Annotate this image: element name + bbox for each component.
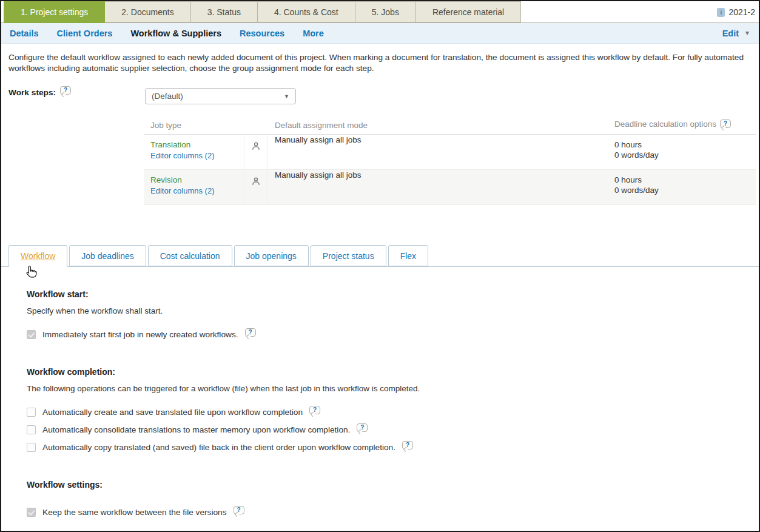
- checkbox-auto-create-save-file[interactable]: [27, 408, 36, 417]
- option-row: Immediately start first job in newly cre…: [27, 330, 747, 339]
- tab-documents[interactable]: 2. Documents: [105, 1, 190, 22]
- tab-workflow[interactable]: Workflow: [8, 245, 67, 267]
- option-row: Automatically consolidate translations t…: [27, 425, 747, 434]
- option-label: Automatically create and save translated…: [42, 408, 303, 417]
- option-row: Keep the same workflow between the file …: [27, 508, 747, 517]
- chevron-down-icon[interactable]: ▼: [744, 30, 750, 36]
- assignment-mode-value: Manually assign all jobs: [268, 170, 608, 204]
- editor-columns-link[interactable]: Editor columns (2): [150, 186, 244, 195]
- help-icon[interactable]: [309, 406, 320, 414]
- deadline-hours: 0 hours: [614, 175, 756, 184]
- help-icon[interactable]: [357, 423, 368, 432]
- job-type-label: Translation: [150, 140, 244, 149]
- section-desc-workflow-start: Specify when the workflow shall start.: [27, 306, 747, 315]
- deadline-hours: 0 hours: [614, 140, 756, 149]
- assignment-mode-value: Manually assign all jobs: [268, 135, 608, 169]
- chevron-down-icon: ▼: [284, 93, 289, 99]
- table-row: Revision Editor columns (2) Manually ass…: [144, 170, 756, 205]
- nav-item-resources[interactable]: Resources: [240, 29, 284, 38]
- work-steps-dropdown-value: (Default): [152, 92, 183, 101]
- table-row: Translation Editor columns (2) Manually …: [144, 135, 756, 170]
- edit-button[interactable]: Edit: [722, 29, 739, 38]
- work-steps-row: Work steps: (Default) ▼: [1, 88, 759, 104]
- tab-project-status[interactable]: Project status: [311, 245, 386, 266]
- project-reference-area: i 2021-2: [717, 1, 755, 23]
- column-header-job-type: Job type: [144, 116, 244, 134]
- tab-counts-cost[interactable]: 4. Counts & Cost: [258, 1, 355, 22]
- nav-item-more[interactable]: More: [303, 29, 324, 38]
- option-label: Immediately start first job in newly cre…: [42, 330, 238, 339]
- checkbox-auto-copy-back[interactable]: [27, 443, 36, 452]
- help-icon[interactable]: [402, 441, 413, 450]
- help-icon[interactable]: [245, 328, 256, 337]
- person-icon: [251, 177, 261, 204]
- section-title-workflow-start: Workflow start:: [27, 289, 747, 299]
- column-header-deadline-options: Deadline calculation options: [614, 120, 716, 129]
- work-steps-dropdown[interactable]: (Default) ▼: [145, 88, 296, 104]
- editor-columns-link[interactable]: Editor columns (2): [150, 151, 244, 160]
- option-label: Keep the same workflow between the file …: [42, 508, 227, 517]
- nav-item-workflow-suppliers[interactable]: Workflow & Suppliers: [130, 29, 221, 38]
- deadline-words: 0 words/day: [614, 150, 756, 160]
- option-row: Automatically copy translated (and saved…: [27, 443, 747, 452]
- tab-status[interactable]: 3. Status: [191, 1, 258, 22]
- section-title-workflow-settings: Workflow settings:: [27, 480, 747, 490]
- workflow-steps-table: Job type Default assignment mode Deadlin…: [144, 116, 756, 205]
- help-icon[interactable]: [234, 506, 244, 514]
- tab-job-deadlines[interactable]: Job deadlines: [69, 245, 146, 266]
- project-reference: 2021-2: [728, 7, 755, 17]
- nav-item-details[interactable]: Details: [10, 29, 39, 38]
- column-header-assignment-mode: Default assignment mode: [268, 116, 608, 134]
- info-icon[interactable]: i: [717, 8, 725, 17]
- tab-job-openings[interactable]: Job openings: [234, 245, 309, 266]
- tab-project-settings[interactable]: 1. Project settings: [4, 1, 105, 23]
- option-label: Automatically copy translated (and saved…: [42, 443, 395, 452]
- checkbox-immediately-start[interactable]: [27, 330, 36, 339]
- workflow-panel: Workflow start: Specify when the workflo…: [1, 267, 759, 517]
- tab-cost-calculation[interactable]: Cost calculation: [148, 245, 232, 266]
- deadline-words: 0 words/day: [614, 186, 756, 195]
- section-nav-bar: Details Client Orders Workflow & Supplie…: [1, 23, 759, 44]
- checkbox-keep-same-workflow[interactable]: [27, 508, 36, 517]
- table-header-row: Job type Default assignment mode Deadlin…: [144, 116, 756, 135]
- app-window: 1. Project settings 2. Documents 3. Stat…: [0, 0, 760, 532]
- tab-reference-material[interactable]: Reference material: [416, 1, 521, 22]
- help-icon[interactable]: [720, 120, 731, 128]
- job-type-label: Revision: [150, 175, 244, 184]
- checkbox-auto-consolidate-memory[interactable]: [27, 425, 36, 434]
- section-desc-workflow-completion: The following operations can be triggere…: [27, 384, 747, 393]
- nav-item-client-orders[interactable]: Client Orders: [57, 29, 113, 38]
- person-icon: [251, 141, 261, 169]
- hand-cursor-icon: [25, 265, 37, 281]
- option-row: Automatically create and save translated…: [27, 408, 747, 417]
- project-tab-bar: 1. Project settings 2. Documents 3. Stat…: [1, 1, 759, 23]
- option-label: Automatically consolidate translations t…: [42, 425, 350, 434]
- work-steps-label: Work steps:: [8, 88, 56, 97]
- section-title-workflow-completion: Workflow completion:: [27, 367, 747, 377]
- settings-tab-bar: Workflow Job deadlines Cost calculation …: [1, 245, 759, 267]
- help-icon[interactable]: [60, 86, 71, 95]
- tab-jobs[interactable]: 5. Jobs: [355, 1, 416, 22]
- tab-flex[interactable]: Flex: [388, 245, 428, 266]
- intro-text: Configure the default workflow assigned …: [1, 44, 759, 73]
